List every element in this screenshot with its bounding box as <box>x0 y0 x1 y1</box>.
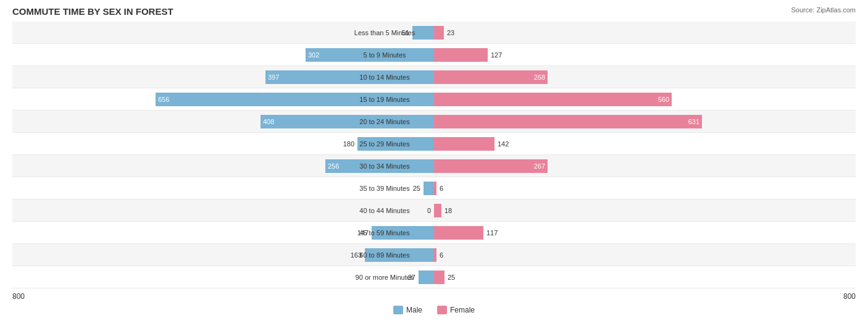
female-value: 127 <box>488 51 505 59</box>
legend-male-box <box>393 306 403 314</box>
female-value: 18 <box>441 207 455 214</box>
legend-female-label: Female <box>450 306 475 314</box>
bar-row: 51Less than 5 Minutes23 <box>12 22 856 44</box>
female-value: 631 <box>686 118 702 125</box>
bar-row: 3025 to 9 Minutes127 <box>12 44 856 66</box>
female-bar: 560 <box>434 93 672 106</box>
row-label: 10 to 14 Minutes <box>335 73 434 81</box>
female-value: 560 <box>656 96 672 103</box>
bar-row: 16360 to 89 Minutes6 <box>12 244 856 266</box>
female-half: 142 <box>434 133 856 154</box>
bar-row: 39710 to 14 Minutes268 <box>12 66 856 88</box>
female-value: 23 <box>444 29 457 36</box>
female-half: 127 <box>434 44 856 65</box>
female-bar <box>434 226 483 240</box>
axis-row: 800 800 <box>12 292 856 301</box>
bar-row: 40820 to 24 Minutes631 <box>12 111 856 133</box>
female-value: 25 <box>444 274 458 281</box>
bar-row: 040 to 44 Minutes18 <box>12 199 856 222</box>
female-value: 6 <box>436 185 446 192</box>
axis-left: 800 <box>12 292 25 301</box>
female-value: 117 <box>483 229 501 237</box>
bar-row: 18025 to 29 Minutes142 <box>12 133 856 155</box>
male-value: 397 <box>265 73 282 81</box>
female-value: 267 <box>532 162 548 170</box>
source-text: Source: ZipAtlas.com <box>791 6 856 14</box>
legend-female-box <box>437 306 447 314</box>
bar-row: 25630 to 34 Minutes267 <box>12 155 856 177</box>
chart-wrapper: 51Less than 5 Minutes233025 to 9 Minutes… <box>12 22 856 288</box>
female-bar <box>434 48 488 62</box>
female-half: 18 <box>434 199 856 221</box>
bar-row: 65615 to 19 Minutes560 <box>12 88 856 111</box>
female-half: 267 <box>434 155 856 177</box>
bar-row: 3790 or more Minutes25 <box>12 266 856 288</box>
row-label: 25 to 29 Minutes <box>335 140 434 148</box>
female-half: 6 <box>434 244 856 266</box>
female-half: 6 <box>434 177 856 199</box>
row-label: 40 to 44 Minutes <box>335 207 434 214</box>
female-bar <box>434 26 444 40</box>
row-label: 35 to 39 Minutes <box>335 185 434 192</box>
bar-row: 14745 to 59 Minutes117 <box>12 222 856 244</box>
female-value: 268 <box>532 73 548 81</box>
female-bar: 267 <box>434 159 548 173</box>
chart-container: COMMUTE TIME BY SEX IN FOREST Source: Zi… <box>12 6 856 314</box>
female-bar: 631 <box>434 115 702 128</box>
female-half: 268 <box>434 66 856 88</box>
row-label: Less than 5 Minutes <box>335 29 434 36</box>
male-value: 408 <box>261 118 277 125</box>
legend-male: Male <box>393 306 422 314</box>
row-label: 5 to 9 Minutes <box>335 51 434 59</box>
row-label: 60 to 89 Minutes <box>335 251 434 259</box>
male-value: 656 <box>156 96 172 103</box>
female-half: 560 <box>434 88 856 110</box>
male-value: 302 <box>306 51 322 59</box>
row-label: 20 to 24 Minutes <box>335 118 434 125</box>
female-value: 6 <box>436 251 446 259</box>
female-half: 23 <box>434 22 856 43</box>
female-half: 25 <box>434 266 856 288</box>
legend-female: Female <box>437 306 475 314</box>
row-label: 30 to 34 Minutes <box>335 162 434 170</box>
chart-title: COMMUTE TIME BY SEX IN FOREST <box>12 6 856 17</box>
row-label: 90 or more Minutes <box>335 274 434 281</box>
female-bar <box>434 271 444 284</box>
female-half: 631 <box>434 111 856 132</box>
axis-right: 800 <box>843 292 856 301</box>
legend-male-label: Male <box>406 306 422 314</box>
bar-row: 2535 to 39 Minutes6 <box>12 177 856 199</box>
female-bar <box>434 204 441 217</box>
female-half: 117 <box>434 222 856 243</box>
female-bar <box>434 137 495 151</box>
female-bar: 268 <box>434 70 548 84</box>
row-label: 45 to 59 Minutes <box>335 229 434 237</box>
female-value: 142 <box>495 140 512 148</box>
legend: Male Female <box>12 306 856 314</box>
row-label: 15 to 19 Minutes <box>335 96 434 103</box>
